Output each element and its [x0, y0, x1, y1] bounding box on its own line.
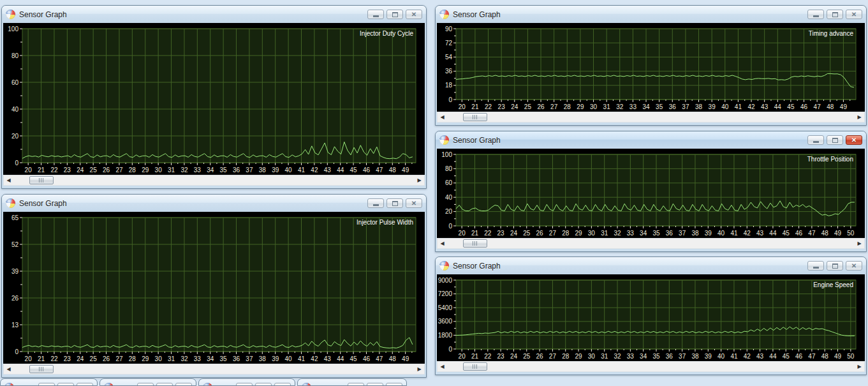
horizontal-scrollbar[interactable]: ◀ ▶ [437, 112, 865, 122]
horizontal-scrollbar[interactable]: ◀ ▶ [437, 238, 865, 249]
maximize-button[interactable] [827, 261, 843, 271]
svg-text:9000: 9000 [438, 277, 453, 284]
minimize-button[interactable] [236, 383, 253, 386]
svg-text:27: 27 [549, 353, 557, 360]
window-bottom-frame [2, 375, 426, 377]
svg-text:46: 46 [800, 103, 808, 110]
graph-area-timing-advance: 0183654729020212223242526272829303132333… [437, 23, 865, 112]
minimize-button[interactable] [807, 261, 824, 271]
close-button[interactable]: ✕ [274, 383, 291, 386]
svg-text:7200: 7200 [438, 290, 453, 297]
svg-text:20: 20 [25, 167, 33, 174]
minimize-button[interactable] [367, 10, 384, 19]
svg-text:26: 26 [103, 167, 110, 174]
scroll-left-arrow[interactable]: ◀ [438, 362, 447, 371]
scrollbar-thumb[interactable] [463, 362, 487, 371]
close-button[interactable]: ✕ [77, 383, 93, 386]
window-titlebar[interactable]: ✕ [100, 379, 196, 386]
svg-text:38: 38 [691, 353, 699, 360]
minimize-icon [813, 141, 819, 143]
close-button[interactable]: ✕ [386, 383, 402, 386]
window-titlebar[interactable]: Sensor Graph ✕ [2, 6, 426, 23]
scroll-right-arrow[interactable]: ▶ [415, 175, 424, 185]
maximize-button[interactable] [827, 10, 843, 19]
minimize-button[interactable] [807, 135, 824, 145]
maximize-button[interactable] [156, 383, 173, 386]
scroll-right-arrow[interactable]: ▶ [855, 362, 864, 371]
svg-text:47: 47 [808, 353, 816, 360]
svg-text:38: 38 [259, 355, 267, 362]
maximize-button[interactable] [386, 198, 403, 208]
svg-text:42: 42 [311, 167, 318, 174]
svg-text:35: 35 [652, 353, 660, 360]
scroll-right-arrow[interactable]: ▶ [415, 364, 424, 374]
window-titlebar[interactable]: Sensor Graph ✕ [2, 195, 426, 212]
scrollbar-thumb[interactable] [29, 365, 54, 373]
svg-text:23: 23 [497, 230, 505, 237]
scrollbar-grip-icon [473, 241, 478, 246]
svg-text:50: 50 [847, 353, 855, 360]
minimize-button[interactable] [807, 10, 824, 19]
svg-text:40: 40 [285, 355, 293, 362]
svg-text:35: 35 [656, 103, 663, 110]
svg-text:36: 36 [666, 353, 673, 360]
svg-text:21: 21 [471, 103, 479, 110]
svg-text:29: 29 [142, 167, 149, 174]
svg-text:32: 32 [180, 167, 188, 174]
close-button[interactable]: ✕ [846, 135, 862, 145]
minimize-button[interactable] [137, 383, 154, 386]
window-titlebar[interactable]: ✕ [298, 379, 406, 386]
sensor-graph-app-icon [203, 383, 212, 386]
scroll-right-arrow[interactable]: ▶ [855, 112, 864, 122]
sensor-graph-app-icon [104, 383, 114, 386]
close-icon: ✕ [411, 200, 416, 207]
window-titlebar[interactable]: ✕ [1, 379, 97, 386]
svg-text:32: 32 [614, 353, 621, 360]
horizontal-scrollbar[interactable]: ◀ ▶ [3, 175, 425, 186]
scroll-left-arrow[interactable]: ◀ [4, 175, 13, 185]
svg-text:43: 43 [324, 355, 332, 362]
svg-text:23: 23 [64, 355, 71, 362]
maximize-button[interactable] [367, 383, 383, 386]
horizontal-scrollbar[interactable]: ◀ ▶ [3, 364, 425, 375]
scrollbar-thumb[interactable] [463, 113, 487, 121]
close-button[interactable]: ✕ [846, 10, 862, 19]
maximize-button[interactable] [255, 383, 272, 386]
svg-text:25: 25 [523, 353, 531, 360]
svg-text:33: 33 [627, 353, 635, 360]
minimize-button[interactable] [38, 383, 55, 386]
scrollbar-grip-icon [39, 367, 44, 371]
collapsed-sensor-graph-window-3[interactable]: ✕ [198, 378, 295, 386]
maximize-button[interactable] [386, 10, 403, 19]
window-titlebar[interactable]: Sensor Graph ✕ [436, 257, 866, 274]
scroll-right-arrow[interactable]: ▶ [855, 239, 864, 248]
window-titlebar[interactable]: Sensor Graph ✕ [436, 131, 866, 149]
maximize-button[interactable] [827, 135, 843, 145]
timing-advance-chart: 0183654729020212223242526272829303132333… [437, 23, 865, 112]
close-button[interactable]: ✕ [406, 10, 422, 19]
minimize-button[interactable] [367, 198, 384, 208]
collapsed-sensor-graph-window-1[interactable]: ✕ [0, 378, 98, 386]
maximize-button[interactable] [57, 383, 74, 386]
svg-text:30: 30 [588, 230, 596, 237]
minimize-button[interactable] [348, 383, 364, 386]
injector-duty-cycle-chart: 0204060801002021222324252627282930313233… [3, 23, 425, 175]
close-button[interactable]: ✕ [406, 198, 422, 208]
close-button[interactable]: ✕ [846, 261, 862, 271]
svg-text:46: 46 [363, 167, 371, 174]
collapsed-sensor-graph-window-2[interactable]: ✕ [99, 378, 196, 386]
window-titlebar[interactable]: ✕ [199, 379, 295, 386]
scrollbar-thumb[interactable] [463, 239, 487, 248]
horizontal-scrollbar[interactable]: ◀ ▶ [437, 361, 865, 372]
collapsed-sensor-graph-window-4[interactable]: ✕ [297, 378, 407, 386]
close-button[interactable]: ✕ [175, 383, 192, 386]
svg-text:37: 37 [246, 167, 253, 174]
svg-text:49: 49 [840, 103, 848, 110]
scroll-left-arrow[interactable]: ◀ [438, 239, 447, 248]
scroll-left-arrow[interactable]: ◀ [438, 112, 447, 122]
svg-text:Injector Pulse Width: Injector Pulse Width [357, 219, 413, 226]
sensor-graph-window-4-active: Sensor Graph ✕ 0204060801002021222324252… [435, 131, 867, 252]
scroll-left-arrow[interactable]: ◀ [4, 364, 13, 374]
window-titlebar[interactable]: Sensor Graph ✕ [436, 6, 866, 23]
scrollbar-thumb[interactable] [29, 176, 54, 184]
